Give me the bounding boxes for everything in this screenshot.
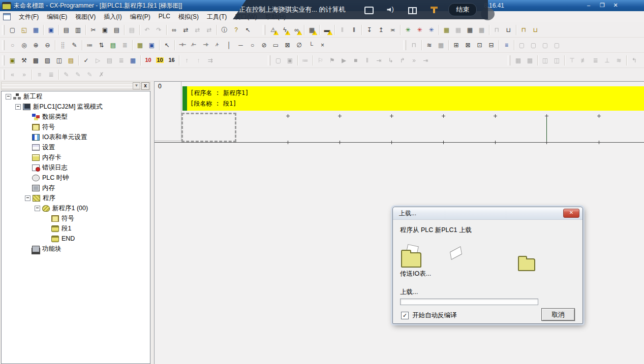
chart-e-icon[interactable]: ≋ [613, 55, 625, 66]
differential-monitor-icon[interactable]: ⊓ [491, 24, 503, 36]
menu-item-4[interactable]: 插入(I) [100, 11, 126, 23]
toolbar-grip[interactable] [2, 25, 5, 35]
tree-item-clock-8[interactable]: PLC 时钟 [2, 173, 150, 183]
comment-list-icon[interactable]: ≣ [45, 69, 57, 80]
online-save-icon[interactable]: ▦ [306, 24, 318, 36]
prev-reference-icon[interactable]: « [7, 69, 18, 80]
new-instruction-icon[interactable]: ▭ [270, 40, 282, 51]
send-changes-icon[interactable]: ▤ [104, 55, 115, 66]
upload-icon[interactable]: ↥ [375, 24, 387, 36]
set-on-icon[interactable]: ⊞ [450, 40, 462, 51]
paste-special-icon[interactable]: ▤ [126, 24, 138, 36]
io-comment-window-icon[interactable]: ◫ [53, 55, 65, 66]
zoom-in-icon[interactable]: ⊕ [30, 40, 42, 51]
chart-a-icon[interactable]: ⊤ [566, 55, 578, 66]
online-edit-icon[interactable]: ▷ [92, 55, 104, 66]
open-file-icon[interactable]: ◱ [18, 24, 30, 36]
print-preview-icon[interactable]: ▥ [72, 24, 84, 36]
time-chart-monitor-icon[interactable]: ▦ [435, 40, 447, 51]
trace-window-icon[interactable]: ◫ [539, 55, 551, 66]
windows-icon[interactable] [408, 7, 417, 14]
sim-pause-icon[interactable]: ‖ [361, 55, 373, 66]
address-tree-icon[interactable]: ≡ [501, 40, 512, 51]
hierarchy-icon[interactable]: ≣ [119, 40, 131, 51]
step-out-icon[interactable]: ↱ [396, 55, 408, 66]
io-monitor-icon[interactable]: ▦ [441, 24, 452, 36]
copy-icon[interactable]: ▣ [99, 24, 111, 36]
paste-icon[interactable]: ▤ [111, 24, 122, 36]
find-address-icon[interactable]: ⇄ [203, 24, 215, 36]
build-icon[interactable]: ⚒ [18, 55, 30, 66]
volume-icon[interactable] [386, 6, 396, 15]
new-contact-icon[interactable]: ⊣⊢ [176, 40, 188, 51]
debug-window-icon[interactable]: ▦ [512, 55, 524, 66]
tree-item-datatype-2[interactable]: 数据类型 [2, 112, 150, 122]
force-on-icon[interactable]: ✳ [402, 24, 414, 36]
monitor-window-icon[interactable]: ▦ [464, 24, 476, 36]
menu-item-8[interactable]: 工具(T) [203, 11, 231, 23]
context-help-icon[interactable]: ↖ [242, 24, 254, 36]
menu-item-2[interactable]: 编辑(E) [43, 11, 71, 23]
set-cancel-icon[interactable]: ⊟ [485, 40, 497, 51]
tree-item-section-13[interactable]: 段1 [2, 223, 150, 234]
pv-monitor-icon[interactable]: ▦ [452, 24, 464, 36]
pen-percent-icon[interactable]: ✎ [72, 69, 84, 80]
plc-transfer-icon[interactable]: ▬ [321, 24, 333, 36]
chevron-down-icon[interactable]: ▼ [133, 82, 140, 89]
tree-item-symbols-12[interactable]: 符号 [2, 213, 150, 223]
save-icon[interactable]: ▦ [30, 24, 42, 36]
section-list-icon[interactable]: ▤ [107, 40, 119, 51]
toolbar-grip[interactable] [2, 40, 5, 50]
tree-item-memcard-6[interactable]: 内存卡 [2, 152, 150, 162]
tree-item-program-10[interactable]: 程序 [2, 193, 150, 203]
toolbar-grip[interactable] [404, 40, 406, 50]
tree-item-project-0[interactable]: 新工程 [2, 91, 150, 102]
pen-off-icon[interactable]: ✗ [96, 69, 107, 80]
menu-item-3[interactable]: 视图(V) [71, 11, 100, 23]
toolbar-grip[interactable] [268, 55, 270, 65]
compare-icon[interactable]: ≍ [387, 24, 398, 36]
protect-set-icon[interactable]: ⊓ [518, 24, 530, 36]
work-online-icon[interactable]: ⚠ [267, 24, 279, 36]
doc-search-icon[interactable]: ▣ [45, 24, 57, 36]
new-closed-coil-icon[interactable]: ⊘ [258, 40, 270, 51]
replace-icon[interactable]: ⇄ [180, 24, 192, 36]
chart-b-icon[interactable]: ≢ [578, 55, 590, 66]
find-icon[interactable]: ∞ [168, 24, 180, 36]
step-in-icon[interactable]: ↳ [385, 55, 396, 66]
expander-minus-icon[interactable] [25, 195, 30, 201]
tree-item-settings-5[interactable]: 设置 [2, 142, 150, 152]
menu-item-5[interactable]: 编程(P) [126, 11, 155, 23]
clear-break-icon[interactable]: ⚑ [326, 55, 338, 66]
cross-reference-icon[interactable]: ▨ [42, 55, 53, 66]
chart-d-icon[interactable]: ⊥ [601, 55, 613, 66]
zoom-fit-icon[interactable]: ○ [7, 40, 18, 51]
new-or-closed-contact-icon[interactable]: ∕⊦ [211, 40, 223, 51]
set-value-icon[interactable]: ⊡ [474, 40, 485, 51]
step-forward-icon[interactable]: ↑ [193, 55, 204, 66]
set-off-icon[interactable]: ⊠ [462, 40, 474, 51]
sim-settings-icon[interactable]: ≔ [299, 55, 311, 66]
end-session-button[interactable]: 结束 [448, 3, 477, 16]
mem-card-window-icon[interactable]: ◫ [551, 55, 563, 66]
debug-window2-icon[interactable]: ▦ [524, 55, 536, 66]
radix-signed-decimal-icon[interactable]: 10 [154, 55, 166, 66]
sim-run-icon[interactable]: ▶ [338, 55, 350, 66]
about-icon[interactable]: ⓘ [219, 24, 230, 36]
pen-percent2-icon[interactable]: ✎ [84, 69, 96, 80]
selected-cell[interactable] [181, 113, 236, 142]
continuous-step-icon[interactable]: » [408, 55, 420, 66]
menu-item-6[interactable]: PLC [155, 11, 174, 23]
watch-window-icon[interactable]: ▦ [476, 24, 487, 36]
sim-window-icon[interactable]: ▢ [272, 55, 284, 66]
sim-mode-icon[interactable]: ▣ [284, 55, 296, 66]
chart-c-icon[interactable]: ≣ [590, 55, 601, 66]
watch-window-4-icon[interactable]: ▢ [551, 40, 563, 51]
data-trace-icon[interactable]: ≋ [423, 40, 435, 51]
tree-item-program1-11[interactable]: 新程序1 (00) [2, 203, 150, 213]
expander-minus-icon[interactable] [6, 94, 11, 100]
tree-item-plc-1[interactable]: 新PLC1[CJ2M] 监视模式 [2, 102, 150, 112]
swap-list-icon[interactable]: ⇅ [96, 40, 107, 51]
program-pause-icon[interactable]: ‖ [336, 24, 348, 36]
select-cursor-icon[interactable]: ↖ [161, 40, 173, 51]
